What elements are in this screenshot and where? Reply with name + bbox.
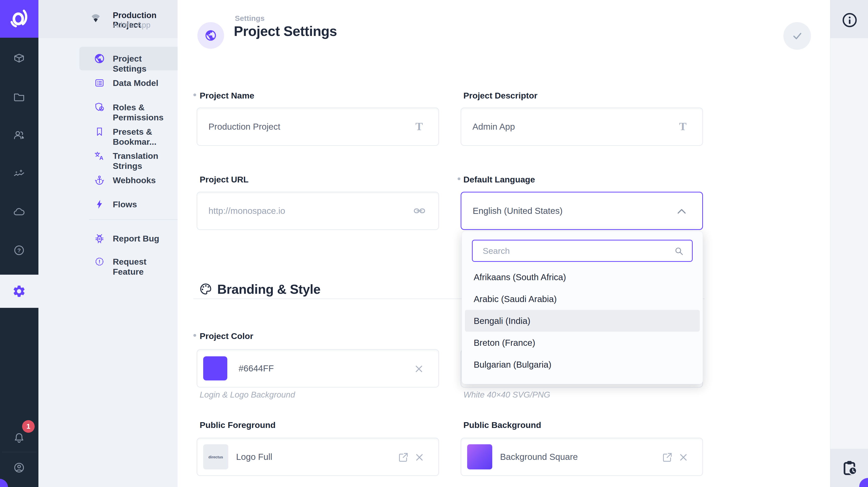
search-icon — [674, 246, 684, 256]
nav-item-label: Webhooks — [113, 175, 156, 185]
module-cloud-button[interactable] — [12, 206, 26, 219]
module-users-button[interactable] — [12, 129, 26, 142]
nav-item-label: Translation Strings — [113, 151, 178, 171]
translate-icon: A — [94, 150, 105, 161]
default-language-label: Default Language — [463, 175, 535, 184]
public-foreground-value: Logo Full — [236, 452, 272, 462]
file-thumbnail — [467, 444, 492, 469]
language-dropdown: Afrikaans (South Africa) Arabic (Saudi A… — [462, 231, 703, 384]
page-title: Project Settings — [234, 23, 337, 39]
required-dot — [458, 177, 460, 180]
nav-item-label: Request Feature — [113, 256, 178, 277]
bug-icon — [94, 233, 105, 244]
module-content-button[interactable] — [12, 52, 26, 65]
gear-icon — [12, 284, 26, 298]
directus-logo-icon — [9, 8, 30, 29]
project-color-note: Login & Logo Background — [200, 390, 295, 400]
language-option[interactable]: Afrikaans (South Africa) — [465, 266, 700, 288]
right-sidebar — [830, 0, 868, 487]
required-dot — [193, 93, 196, 96]
thumbnail-text: directus — [209, 455, 223, 459]
project-color-label: Project Color — [200, 331, 253, 341]
language-option[interactable]: Bulgarian (Bulgaria) — [465, 354, 700, 375]
nav-item-label: Report Bug — [113, 234, 159, 243]
module-settings-button[interactable] — [12, 284, 25, 297]
anchor-icon — [94, 175, 105, 186]
insights-icon — [12, 167, 26, 180]
language-search-field — [472, 240, 693, 262]
project-logo-note: White 40×40 SVG/PNG — [463, 390, 550, 400]
corner-accent — [0, 479, 8, 487]
svg-text:!: ! — [98, 258, 100, 264]
app-window: ? 1 — [0, 0, 868, 487]
info-icon[interactable] — [841, 12, 858, 28]
language-option-label: Arabic (Saudi Arabia) — [474, 294, 557, 304]
save-button[interactable] — [783, 22, 811, 50]
module-help-button[interactable]: ? — [12, 244, 26, 257]
language-option[interactable]: Breton (France) — [465, 332, 700, 354]
bookmark-icon — [94, 126, 105, 137]
data-model-icon — [94, 78, 105, 88]
public-background-field[interactable]: Background Square — [461, 438, 703, 476]
text-type-icon: T — [679, 120, 686, 133]
check-icon — [790, 29, 804, 42]
language-option-label: Afrikaans (South Africa) — [474, 272, 566, 282]
language-option-label: Breton (France) — [474, 338, 535, 348]
default-language-select[interactable]: English (United States) — [461, 192, 703, 230]
project-url-field — [197, 192, 439, 230]
project-color-field[interactable]: #6644FF — [197, 349, 439, 388]
link-icon[interactable] — [413, 204, 426, 217]
project-color-value: #6644FF — [239, 363, 274, 373]
language-option[interactable]: Arabic (Saudi Arabia) — [465, 288, 700, 310]
nav-item-label: Roles & Permissions — [113, 102, 178, 122]
open-in-new-icon[interactable] — [662, 452, 673, 463]
language-option-label: Bengali (India) — [474, 316, 530, 326]
bell-icon — [12, 431, 26, 444]
project-url-label: Project URL — [200, 175, 249, 184]
notifications-button[interactable] — [12, 431, 26, 444]
project-switcher[interactable]: Production Project Admin App — [38, 0, 178, 38]
file-thumbnail: directus — [203, 444, 228, 469]
required-dot — [193, 334, 196, 337]
clear-icon[interactable] — [414, 364, 424, 374]
module-bar-divider — [2, 452, 36, 452]
svg-text:?: ? — [17, 247, 21, 253]
shield-user-icon — [94, 102, 105, 113]
project-name-field — [197, 108, 439, 146]
branding-section-title: Branding & Style — [217, 282, 320, 297]
language-option-highlighted[interactable]: Bengali (India) — [465, 310, 700, 332]
public-foreground-label: Public Foreground — [200, 420, 276, 430]
nav-item-label: Project Settings — [113, 54, 178, 73]
nav-item-label: Presets & Bookmar... — [113, 127, 178, 147]
svg-text:A: A — [99, 155, 103, 161]
text-type-icon: T — [415, 120, 423, 133]
project-descriptor-input[interactable] — [461, 108, 703, 145]
clipboard-clock-icon[interactable] — [840, 458, 859, 477]
bolt-icon — [94, 199, 105, 210]
account-button[interactable] — [12, 461, 25, 474]
project-name-input[interactable] — [197, 108, 438, 145]
color-swatch[interactable] — [203, 356, 227, 381]
globe-icon — [94, 53, 105, 64]
logo-button[interactable] — [0, 0, 38, 38]
clear-icon[interactable] — [678, 452, 688, 462]
clear-icon[interactable] — [414, 452, 425, 462]
public-foreground-field[interactable]: directus Logo Full — [197, 438, 439, 476]
palette-icon — [199, 282, 213, 296]
nav-item-label: Data Model — [113, 78, 158, 88]
project-descriptor: Admin App — [113, 21, 150, 30]
chevron-up-icon — [676, 207, 687, 217]
project-descriptor-field — [461, 108, 703, 146]
module-bar: ? 1 — [0, 0, 38, 487]
globe-icon — [205, 29, 217, 42]
page-avatar — [197, 22, 224, 49]
folder-icon — [12, 90, 26, 103]
project-url-input[interactable] — [197, 192, 438, 230]
breadcrumb: Settings — [235, 14, 265, 23]
open-in-new-icon[interactable] — [398, 452, 409, 463]
users-icon — [12, 129, 26, 142]
module-insights-button[interactable] — [12, 167, 26, 180]
cloud-icon — [12, 206, 26, 219]
language-search-input[interactable] — [473, 241, 692, 261]
module-files-button[interactable] — [12, 90, 26, 103]
